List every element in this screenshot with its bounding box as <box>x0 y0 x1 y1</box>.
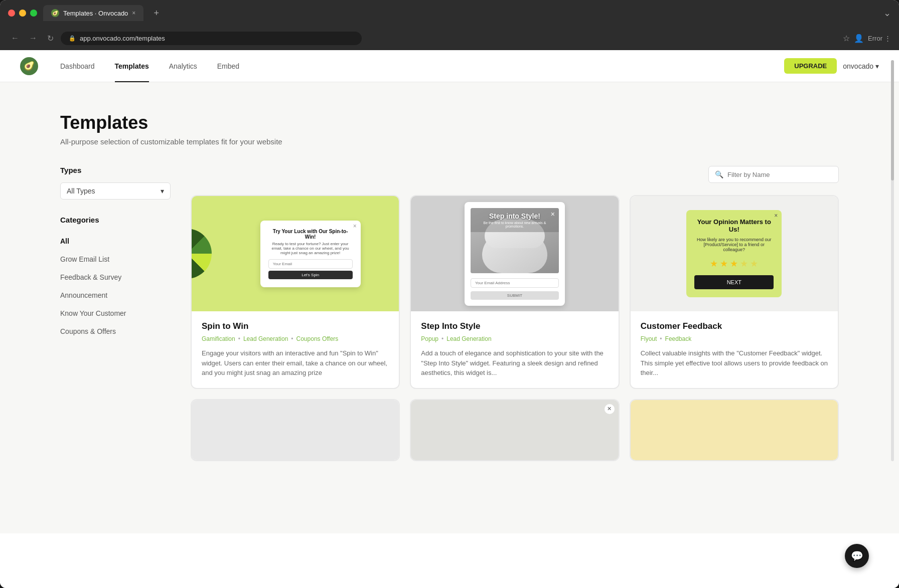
style-submit-btn: SUBMIT <box>471 291 559 300</box>
types-section-title: Types <box>60 166 171 174</box>
browser-titlebar: 🥑 Templates · Onvocado × + ⌄ <box>0 0 899 26</box>
lock-icon: 🔒 <box>69 35 76 42</box>
page-hero: Templates All-purpose selection of custo… <box>0 82 899 166</box>
star-2: ★ <box>720 258 728 269</box>
style-popup-subtitle: Be the first to know about new arrivals … <box>475 221 555 228</box>
category-know-customer[interactable]: Know Your Customer <box>60 304 171 322</box>
feedback-popup-subtitle: How likely are you to recommend our [Pro… <box>694 237 774 252</box>
template-card-5[interactable]: ✕ <box>410 399 619 461</box>
spin-wheel-graphic <box>192 229 212 279</box>
app-logo[interactable]: 🥑 <box>20 57 38 75</box>
tag-popup: Popup <box>421 335 438 342</box>
window-controls-icon[interactable]: ⌄ <box>883 8 891 18</box>
style-email-input <box>471 278 559 288</box>
feedback-popup-title: Your Opinion Matters to Us! <box>694 218 774 233</box>
scrollbar[interactable] <box>891 60 894 461</box>
spin-btn: Let's Spin <box>268 271 353 279</box>
category-grow-email[interactable]: Grow Email List <box>60 250 171 268</box>
new-tab-btn[interactable]: + <box>154 8 159 19</box>
spin-popup: × Try Your Luck with Our Spin-to-Win! Re… <box>260 221 361 287</box>
card-preview-step-into-style: Step into Style! Be the first to know ab… <box>411 196 618 311</box>
page-subtitle: All-purpose selection of customizable te… <box>60 137 839 146</box>
category-feedback-survey[interactable]: Feedback & Survey <box>60 268 171 286</box>
error-label: Error <box>868 35 882 42</box>
user-menu[interactable]: onvocado ▾ <box>843 62 879 70</box>
preview-5-bg: ✕ <box>411 400 618 460</box>
scroll-thumb[interactable] <box>891 60 894 180</box>
template-card-step-into-style[interactable]: Step into Style! Be the first to know ab… <box>410 195 619 389</box>
filter-row: 🔍 <box>191 166 839 183</box>
style-popup-title: Step into Style! <box>475 212 555 221</box>
bookmark-icon[interactable]: ☆ <box>843 34 850 43</box>
categories-title: Categories <box>60 216 171 224</box>
feedback-next-btn: NEXT <box>694 275 774 289</box>
star-3: ★ <box>730 258 738 269</box>
template-card-customer-feedback[interactable]: × Your Opinion Matters to Us! How likely… <box>630 195 839 389</box>
template-card-spin-to-win[interactable]: × Try Your Luck with Our Spin-to-Win! Re… <box>191 195 400 389</box>
card-tags-step-into-style: Popup • Lead Generation <box>421 335 608 342</box>
card-info-customer-feedback: Customer Feedback Flyout • Feedback Coll… <box>631 311 838 388</box>
template-card-4[interactable] <box>191 399 400 461</box>
templates-grid-area: 🔍 <box>191 166 839 461</box>
tab-close-btn[interactable]: × <box>132 10 135 17</box>
card-desc-step-into-style: Add a touch of elegance and sophisticati… <box>421 348 608 378</box>
tag-feedback: Feedback <box>665 335 692 342</box>
category-coupons-offers[interactable]: Coupons & Offers <box>60 322 171 340</box>
templates-grid: × Try Your Luck with Our Spin-to-Win! Re… <box>191 195 839 461</box>
forward-button[interactable]: → <box>26 32 40 45</box>
card-tags-spin-to-win: Gamification • Lead Generation • Coupons… <box>202 335 389 342</box>
preview-6-bg <box>631 400 838 460</box>
chat-button[interactable]: 💬 <box>845 544 869 568</box>
url-bar[interactable]: 🔒 app.onvocado.com/templates <box>61 32 362 45</box>
minimize-window-btn[interactable] <box>19 10 26 17</box>
nav-dashboard[interactable]: Dashboard <box>50 50 105 82</box>
card-preview-6 <box>631 400 838 460</box>
tag-gamification: Gamification <box>202 335 235 342</box>
nav-templates[interactable]: Templates <box>105 50 159 82</box>
user-name: onvocado <box>843 62 873 70</box>
chat-icon: 💬 <box>851 550 863 562</box>
back-button[interactable]: ← <box>8 32 22 45</box>
spin-popup-subtitle: Ready to test your fortune? Just enter y… <box>268 242 353 255</box>
browser-toolbar: ← → ↻ 🔒 app.onvocado.com/templates ☆ 👤 E… <box>0 26 899 50</box>
types-dropdown[interactable]: All Types ▾ <box>60 182 171 200</box>
tag-flyout: Flyout <box>641 335 657 342</box>
category-all[interactable]: All <box>60 232 171 250</box>
nav-analytics[interactable]: Analytics <box>159 50 207 82</box>
user-chevron-icon: ▾ <box>875 62 879 70</box>
search-input[interactable] <box>727 171 830 178</box>
star-4: ★ <box>740 258 748 269</box>
card-info-step-into-style: Step Into Style Popup • Lead Generation … <box>411 311 618 388</box>
upgrade-button[interactable]: UPGRADE <box>784 58 837 74</box>
style-popup-close-icon: × <box>551 210 555 218</box>
more-options-icon[interactable]: ⋮ <box>884 35 891 42</box>
filter-input-container[interactable]: 🔍 <box>708 166 839 183</box>
feedback-preview-bg: × Your Opinion Matters to Us! How likely… <box>631 196 838 311</box>
profile-icon[interactable]: 👤 <box>854 34 864 43</box>
spin-email-input <box>268 259 353 269</box>
card-desc-spin-to-win: Engage your visitors with an interactive… <box>202 348 389 378</box>
nav-embed[interactable]: Embed <box>207 50 249 82</box>
browser-tab[interactable]: 🥑 Templates · Onvocado × <box>43 5 143 21</box>
star-rating: ★ ★ ★ ★ ★ <box>694 258 774 269</box>
card-desc-customer-feedback: Collect valuable insights with the "Cust… <box>641 348 828 378</box>
spin-wheel <box>192 229 212 279</box>
template-card-6[interactable] <box>630 399 839 461</box>
tab-favicon: 🥑 <box>51 9 59 17</box>
close-window-btn[interactable] <box>8 10 15 17</box>
refresh-button[interactable]: ↻ <box>44 32 57 45</box>
main-content: Templates All-purpose selection of custo… <box>0 82 899 533</box>
card-preview-4 <box>192 400 399 460</box>
card-title-spin-to-win: Spin to Win <box>202 321 389 331</box>
spin-preview-bg: × Try Your Luck with Our Spin-to-Win! Re… <box>192 196 399 311</box>
category-announcement[interactable]: Announcement <box>60 286 171 304</box>
maximize-window-btn[interactable] <box>30 10 37 17</box>
tab-title: Templates · Onvocado <box>63 10 128 17</box>
main-nav: Dashboard Templates Analytics Embed <box>50 50 784 82</box>
preview-4-bg <box>192 400 399 460</box>
card-tags-customer-feedback: Flyout • Feedback <box>641 335 828 342</box>
star-1: ★ <box>710 258 718 269</box>
search-icon: 🔍 <box>715 170 723 178</box>
header-right: UPGRADE onvocado ▾ <box>784 58 879 74</box>
style-popup: Step into Style! Be the first to know ab… <box>465 202 565 306</box>
